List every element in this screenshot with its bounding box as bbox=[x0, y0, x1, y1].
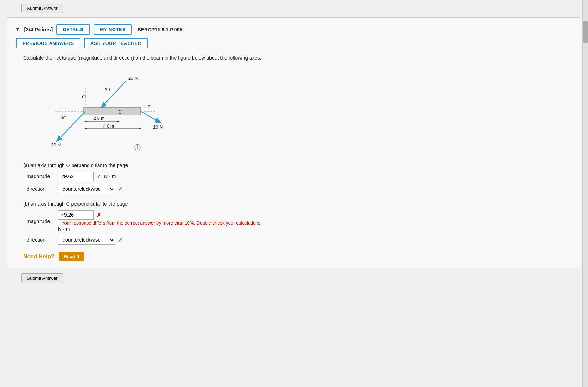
part-a-magnitude-row: magnitude ✓ N · m bbox=[27, 172, 572, 181]
part-b-direction-row: direction counterclockwise clockwise ✓ bbox=[27, 235, 572, 245]
part-a-title: (a) an axis through O perpendicular to t… bbox=[23, 162, 572, 168]
svg-text:20°: 20° bbox=[144, 104, 151, 109]
svg-text:C: C bbox=[118, 109, 122, 115]
need-help-section: Need Help? Read It bbox=[23, 252, 572, 261]
svg-text:2.0 m: 2.0 m bbox=[94, 116, 104, 121]
read-it-button[interactable]: Read It bbox=[59, 252, 84, 261]
previous-answers-button[interactable]: PREVIOUS ANSWERS bbox=[16, 38, 80, 48]
question-card: 7. [3/4 Points] DETAILS MY NOTES SERCP11… bbox=[7, 17, 581, 268]
part-b-magnitude-cross: ✗ bbox=[97, 212, 101, 218]
part-a-magnitude-label: magnitude bbox=[27, 174, 55, 179]
part-a-direction-check: ✓ bbox=[118, 186, 123, 192]
part-a-magnitude-input[interactable] bbox=[58, 172, 94, 181]
part-b-error-text: Your response differs from the correct a… bbox=[62, 220, 261, 226]
svg-line-6 bbox=[102, 81, 126, 107]
info-icon[interactable]: ⓘ bbox=[134, 143, 141, 152]
question-points: [3/4 Points] bbox=[24, 26, 53, 32]
submit-answer-top-button[interactable]: Submit Answer bbox=[21, 4, 63, 13]
ask-teacher-button[interactable]: ASK YOUR TEACHER bbox=[84, 38, 148, 48]
svg-text:10 N: 10 N bbox=[153, 124, 163, 130]
svg-text:30 N: 30 N bbox=[51, 142, 61, 148]
svg-text:30°: 30° bbox=[105, 87, 111, 92]
svg-text:O: O bbox=[82, 94, 86, 99]
my-notes-button[interactable]: MY NOTES bbox=[94, 24, 132, 35]
svg-text:45°: 45° bbox=[59, 115, 66, 120]
part-a-magnitude-check: ✓ bbox=[97, 173, 101, 180]
question-number: 7. bbox=[16, 26, 21, 32]
part-b-direction-label: direction bbox=[27, 237, 55, 243]
question-text: Calculate the net torque (magnitude and … bbox=[23, 55, 572, 61]
part-b-direction-check: ✓ bbox=[118, 237, 123, 243]
svg-text:25 N: 25 N bbox=[128, 76, 138, 81]
part-b-title: (b) an axis through C perpendicular to t… bbox=[23, 201, 572, 207]
part-a-direction-select[interactable]: counterclockwise clockwise bbox=[58, 184, 115, 194]
question-body: Calculate the net torque (magnitude and … bbox=[23, 55, 572, 261]
part-b-section: (b) an axis through C perpendicular to t… bbox=[23, 201, 572, 245]
part-a-direction-label: direction bbox=[27, 186, 55, 192]
scrollbar-thumb[interactable] bbox=[583, 21, 588, 43]
part-b-unit: N · m bbox=[58, 226, 70, 232]
problem-id: SERCP11 8.1.P.005. bbox=[137, 27, 184, 32]
question-subheader: PREVIOUS ANSWERS ASK YOUR TEACHER bbox=[16, 38, 572, 48]
need-help-label: Need Help? bbox=[23, 253, 54, 260]
question-header: 7. [3/4 Points] DETAILS MY NOTES SERCP11… bbox=[16, 24, 572, 35]
scrollbar[interactable] bbox=[582, 0, 588, 387]
part-b-magnitude-input[interactable] bbox=[58, 210, 94, 220]
part-b-magnitude-row: magnitude ✗ Your response differs from t… bbox=[27, 210, 572, 232]
svg-text:4.0 m: 4.0 m bbox=[103, 124, 114, 129]
part-b-magnitude-label: magnitude bbox=[27, 218, 55, 224]
svg-line-12 bbox=[141, 111, 160, 123]
svg-rect-0 bbox=[84, 107, 141, 115]
part-a-direction-row: direction counterclockwise clockwise ✓ bbox=[27, 184, 572, 194]
part-b-direction-select[interactable]: counterclockwise clockwise bbox=[58, 235, 115, 245]
part-a-section: (a) an axis through O perpendicular to t… bbox=[23, 162, 572, 194]
part-a-unit: N · m bbox=[104, 174, 116, 179]
submit-answer-bottom-button[interactable]: Submit Answer bbox=[21, 273, 63, 283]
diagram-container: O C 25 N 30° 30 N 45° bbox=[34, 66, 169, 155]
details-button[interactable]: DETAILS bbox=[56, 24, 90, 35]
